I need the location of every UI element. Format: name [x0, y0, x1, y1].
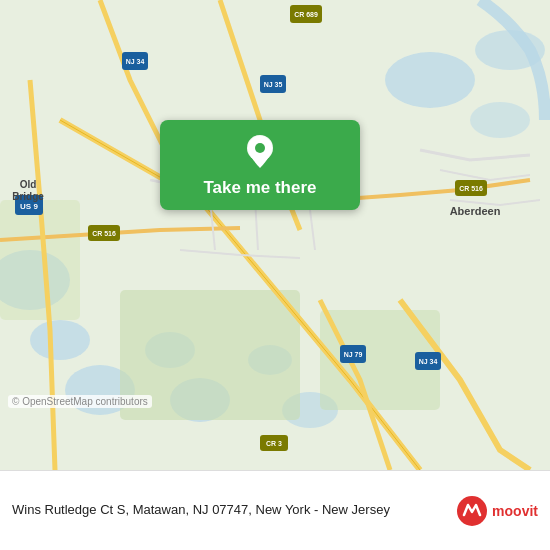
take-me-there-button[interactable]: Take me there	[160, 120, 360, 210]
svg-text:CR 3: CR 3	[266, 440, 282, 447]
osm-credit: © OpenStreetMap contributors	[8, 395, 152, 408]
svg-text:US 9: US 9	[20, 202, 38, 211]
svg-point-36	[255, 143, 265, 153]
svg-point-10	[470, 102, 530, 138]
moovit-brand-text: moovit	[492, 503, 538, 519]
svg-text:CR 689: CR 689	[294, 11, 318, 18]
svg-text:Aberdeen: Aberdeen	[450, 205, 501, 217]
location-pin-icon	[242, 134, 278, 170]
map-container: US 9 NJ 34 NJ 35 NJ 34 NJ 79 CR 689 CR 5…	[0, 0, 550, 470]
bottom-bar: Wins Rutledge Ct S, Matawan, NJ 07747, N…	[0, 470, 550, 550]
svg-text:NJ 34: NJ 34	[126, 58, 145, 65]
svg-point-8	[385, 52, 475, 108]
svg-text:NJ 34: NJ 34	[419, 358, 438, 365]
svg-text:Old: Old	[20, 179, 37, 190]
svg-text:CR 516: CR 516	[459, 185, 483, 192]
address-text: Wins Rutledge Ct S, Matawan, NJ 07747, N…	[12, 501, 446, 519]
address-info: Wins Rutledge Ct S, Matawan, NJ 07747, N…	[12, 501, 446, 519]
moovit-brand-icon	[456, 495, 488, 527]
svg-text:Bridge: Bridge	[12, 191, 44, 202]
svg-text:CR 516: CR 516	[92, 230, 116, 237]
svg-text:NJ 35: NJ 35	[264, 81, 283, 88]
moovit-logo: moovit	[456, 495, 538, 527]
take-me-there-label: Take me there	[203, 178, 316, 198]
svg-text:NJ 79: NJ 79	[344, 351, 363, 358]
svg-point-2	[30, 320, 90, 360]
